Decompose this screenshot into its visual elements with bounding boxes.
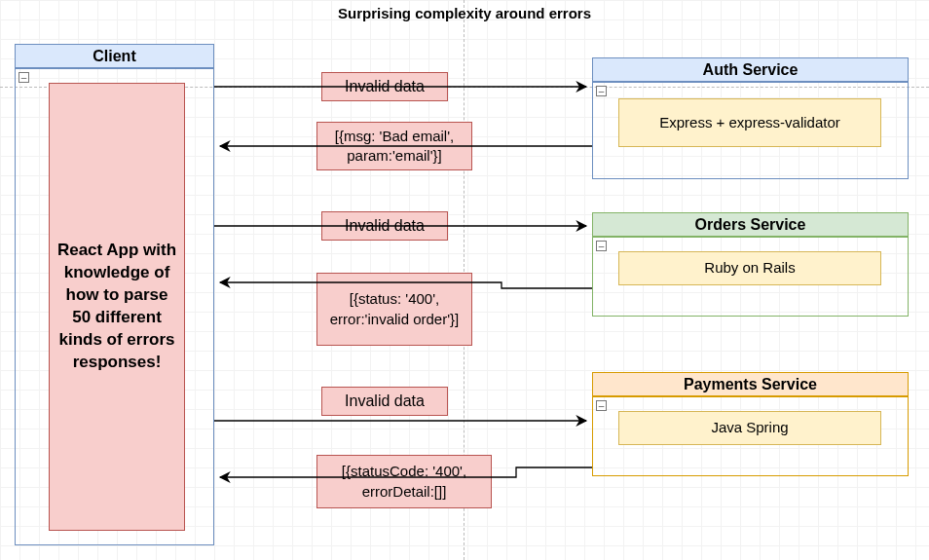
label-response-payments: [{statusCode: '400', errorDetail:[]] <box>316 455 492 508</box>
orders-header: Orders Service <box>592 212 909 237</box>
client-header: Client <box>15 44 214 68</box>
payments-header: Payments Service <box>592 372 909 396</box>
auth-tech: Express + express-validator <box>618 98 881 147</box>
collapse-icon[interactable]: – <box>596 86 607 96</box>
collapse-icon[interactable]: – <box>596 400 607 411</box>
client-body: React App with knowledge of how to parse… <box>49 83 185 531</box>
label-response-orders: [{status: '400', error:'invalid order'}] <box>316 273 472 346</box>
label-response-auth: [{msg: 'Bad email', param:'email'}] <box>316 122 472 170</box>
label-invalid-payments: Invalid data <box>321 387 448 416</box>
collapse-icon[interactable]: – <box>19 72 29 83</box>
payments-tech: Java Spring <box>618 411 881 445</box>
diagram-title: Surprising complexity around errors <box>0 5 929 21</box>
label-invalid-orders: Invalid data <box>321 211 448 241</box>
orders-tech: Ruby on Rails <box>618 251 881 285</box>
label-invalid-auth: Invalid data <box>321 72 448 101</box>
collapse-icon[interactable]: – <box>596 241 607 251</box>
auth-header: Auth Service <box>592 57 909 82</box>
diagram-canvas: Surprising complexity around errors Clie… <box>0 0 929 560</box>
